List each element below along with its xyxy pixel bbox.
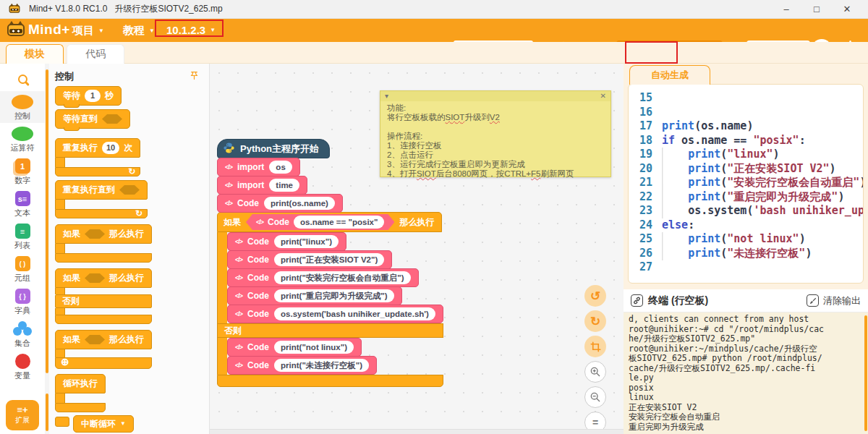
block-search-button[interactable] <box>18 67 27 91</box>
redo-button[interactable]: ↻ <box>584 310 606 332</box>
block-label: 那么执行 <box>109 272 144 284</box>
numbers-category-icon: 1 <box>15 158 30 174</box>
menu-project-label: 项目 <box>72 24 94 38</box>
boolean-slot[interactable] <box>85 335 105 344</box>
zoom-in-button[interactable] <box>584 361 606 383</box>
code-print-notlinux-block[interactable]: </> Code print("not linux") <box>227 338 362 357</box>
device-ip-select[interactable]: 10.1.2.3 ▼ <box>166 24 216 36</box>
block-keyword: import <box>237 180 264 190</box>
tab-code[interactable]: 代码 <box>67 44 124 64</box>
block-palette: 控制 等待 1 秒 等待直到 重复执行 10 次 ↻ 重复执行直到 <box>49 64 210 434</box>
minimize-button[interactable]: – <box>771 1 801 18</box>
code-print-osname-block[interactable]: </> Code print(os.name) <box>217 194 343 213</box>
extensions-button[interactable]: ≡+ 扩展 <box>6 400 39 430</box>
category-label: 集合 <box>14 339 30 347</box>
block-input[interactable]: print(os.name) <box>264 197 335 210</box>
brand-logo[interactable]: Mind+ <box>7 22 70 38</box>
clear-output-button[interactable]: 清除输出 <box>807 294 861 307</box>
category-label: 运算符 <box>11 143 35 152</box>
condition-input[interactable]: os.name == "posix" <box>294 216 384 229</box>
boolean-slot[interactable] <box>85 273 105 283</box>
dict-category-icon: { } <box>15 289 30 304</box>
sidebar-item-operators[interactable]: 运算符 <box>0 123 45 155</box>
else-bar[interactable]: 否则 <box>217 323 443 338</box>
scrollbar-thumb[interactable] <box>46 393 48 431</box>
boolean-slot[interactable] <box>119 185 140 195</box>
code-icon: </> <box>235 238 242 245</box>
scrollbar-thumb[interactable] <box>46 69 48 373</box>
close-button[interactable]: ✕ <box>832 1 862 18</box>
condition-block[interactable]: </> Code os.name == "posix" <box>246 214 394 230</box>
palette-block-if-expandable[interactable]: 如果 那么执行 ⊕ <box>55 330 152 369</box>
block-input[interactable]: 10 <box>102 142 119 154</box>
note-line <box>387 122 604 132</box>
sidebar-item-tuple[interactable]: ( ) 元组 <box>0 252 45 285</box>
palette-block-wait[interactable]: 等待 1 秒 <box>55 86 122 106</box>
undo-button[interactable]: ↺ <box>584 285 606 307</box>
if-else-block[interactable]: 如果 </> Code os.name == "posix" 那么执行 </> … <box>217 212 443 387</box>
python-main-hat-block[interactable]: Python主程序开始 <box>217 139 330 158</box>
code-print-linux-block[interactable]: </> Code print("linux") <box>227 232 346 251</box>
note-line: 操作流程: <box>387 132 604 141</box>
palette-block-repeat-until[interactable]: 重复执行直到 ↻ <box>55 180 148 218</box>
import-os-block[interactable]: </> import os <box>217 158 300 176</box>
tab-blocks[interactable]: 模块 <box>6 44 64 64</box>
block-input[interactable]: os.system('bash unihiker_update.sh') <box>274 307 435 320</box>
code-line: 26 print("未连接行空板") <box>629 247 863 261</box>
screenshot-crop-button[interactable] <box>584 336 606 357</box>
palette-block-break-loop[interactable]: 中断循环 ▼ <box>55 415 209 433</box>
close-icon[interactable]: ✕ <box>600 91 606 101</box>
block-input[interactable]: print("重启完即为升级完成") <box>274 289 394 302</box>
block-input[interactable]: print("正在安装SIOT V2") <box>274 253 384 266</box>
sidebar-item-dict[interactable]: { } 字典 <box>0 285 45 318</box>
sidebar-item-control[interactable]: 控制 <box>0 91 45 123</box>
chevron-down-icon: ▼ <box>98 28 104 34</box>
block-input[interactable]: os <box>269 161 292 174</box>
block-input[interactable]: 1 <box>85 90 101 102</box>
python-icon <box>223 142 235 156</box>
pin-icon[interactable] <box>190 71 199 82</box>
plus-icon[interactable]: ⊕ <box>61 356 69 367</box>
code-print-installing-block[interactable]: </> Code print("正在安装SIOT V2") <box>227 250 392 269</box>
code-print-upgrade-done-block[interactable]: </> Code print("重启完即为升级完成") <box>227 286 402 305</box>
comment-note[interactable]: ▾ ✕ 功能: 将行空板板载的SIOT升级到V2 操作流程: 1、连接行空板 2… <box>380 90 611 177</box>
sidebar-item-variables[interactable]: 变量 <box>0 350 45 383</box>
palette-block-if-then[interactable]: 如果 那么执行 <box>55 224 152 263</box>
code-os-system-block[interactable]: </> Code os.system('bash unihiker_update… <box>227 305 443 323</box>
sidebar-item-numbers[interactable]: 1 数字 <box>0 155 45 187</box>
tuple-category-icon: ( ) <box>15 256 30 271</box>
code-icon: </> <box>235 310 242 318</box>
block-input[interactable]: print("linux") <box>274 235 339 248</box>
menu-project[interactable]: 项目 ▼ <box>72 24 104 38</box>
mindplus-window: Mind+ V1.8.0 RC1.0 升级行空板SIOTV2_625.mp – … <box>0 0 868 434</box>
palette-block-forever-loop[interactable]: 循环执行 <box>55 374 106 412</box>
script-canvas[interactable]: Python主程序开始 </> import os </> import tim… <box>210 64 624 434</box>
menu-tutorial[interactable]: 教程 ▼ <box>123 24 155 38</box>
generated-code-view[interactable]: 15 16 17print(os.name) 18if os.name == "… <box>628 84 864 284</box>
if-header[interactable]: 如果 </> Code os.name == "posix" 那么执行 <box>217 212 442 232</box>
terminal-output[interactable]: d, clients can connect from any host roo… <box>624 312 868 434</box>
collapse-icon[interactable]: ▾ <box>385 91 388 101</box>
block-input[interactable]: print("not linux") <box>274 341 354 354</box>
palette-block-wait-until[interactable]: 等待直到 <box>55 109 130 129</box>
sidebar-item-list[interactable]: ≡ 列表 <box>0 220 45 252</box>
sidebar-item-text[interactable]: s≡ 文本 <box>0 187 45 220</box>
canvas-horizontal-scrollbar[interactable] <box>210 429 624 434</box>
code-line: 19 print("linux") <box>629 148 863 162</box>
block-input[interactable]: time <box>269 179 299 192</box>
import-time-block[interactable]: </> import time <box>217 176 307 195</box>
sidebar-item-set[interactable]: 集合 <box>0 318 45 350</box>
boolean-slot[interactable] <box>85 229 105 239</box>
block-input[interactable]: print("安装完行空板会自动重启") <box>274 271 411 284</box>
code-print-autoreboot-block[interactable]: </> Code print("安装完行空板会自动重启") <box>227 268 419 287</box>
tab-auto-generated[interactable]: 自动生成 <box>629 65 710 85</box>
chevron-down-icon[interactable]: ▼ <box>120 421 126 427</box>
zoom-out-button[interactable] <box>584 386 606 408</box>
block-input[interactable]: print("未连接行空板") <box>274 359 369 372</box>
palette-block-repeat-times[interactable]: 重复执行 10 次 ↻ <box>55 138 140 176</box>
code-print-notconnected-block[interactable]: </> Code print("未连接行空板") <box>227 356 377 375</box>
boolean-slot[interactable] <box>102 114 122 124</box>
maximize-button[interactable]: □ <box>801 1 832 18</box>
palette-block-if-else[interactable]: 如果 那么执行 否则 <box>55 268 152 324</box>
terminal-scrollbar[interactable] <box>864 315 867 431</box>
